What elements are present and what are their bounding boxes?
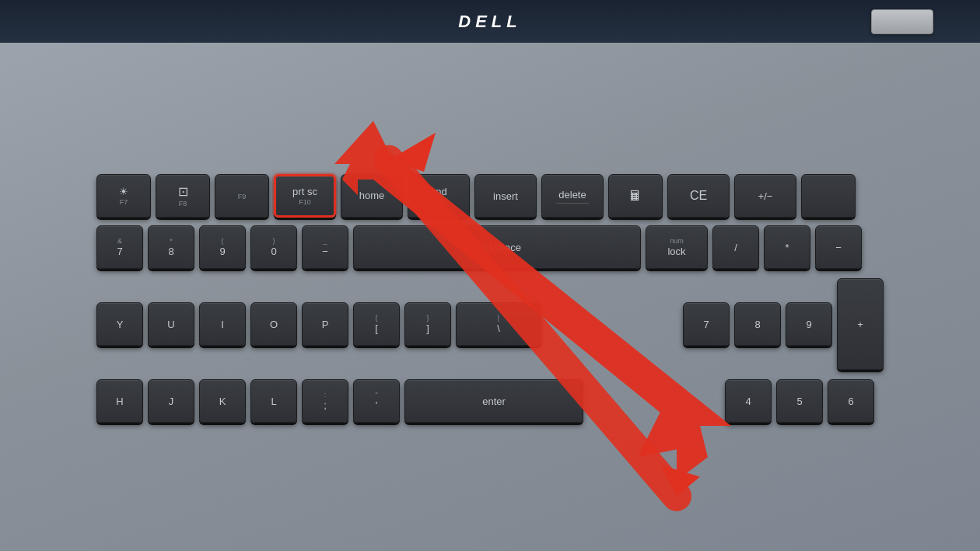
key-underscore[interactable]: _ −: [302, 225, 348, 269]
fn-row: ☀ F7 ⊡ F8 F9 prt sc F10 home: [96, 174, 884, 218]
key-f9[interactable]: F9: [215, 174, 269, 218]
key-rbrace[interactable]: } ]: [404, 302, 451, 346]
key-prtsc[interactable]: prt sc F10: [274, 174, 336, 218]
key-amp-7[interactable]: & 7: [96, 225, 143, 269]
key-calc[interactable]: 🖩: [608, 174, 663, 218]
key-lp-9[interactable]: ( 9: [199, 225, 246, 269]
key-home[interactable]: home: [341, 174, 403, 218]
key-num-6[interactable]: 6: [828, 379, 874, 423]
key-num-5[interactable]: 5: [776, 379, 823, 423]
key-numlock[interactable]: num lock: [646, 225, 708, 269]
home-row: H J K L : ; " ': [96, 379, 884, 423]
key-h[interactable]: H: [96, 379, 143, 423]
number-row: & 7 * 8 ( 9 ) 0 _ −: [96, 225, 884, 269]
key-p[interactable]: P: [302, 302, 348, 346]
key-num-8[interactable]: 8: [734, 302, 781, 346]
key-num-plus[interactable]: +: [837, 278, 884, 370]
key-colon[interactable]: : ;: [302, 379, 348, 423]
qwerty-row: Y U I O P { [ }: [96, 278, 884, 370]
key-far-right[interactable]: [801, 174, 856, 218]
dell-logo: DELL: [458, 12, 521, 32]
key-num-7[interactable]: 7: [683, 302, 730, 346]
key-num-star[interactable]: *: [764, 225, 810, 269]
key-insert[interactable]: insert: [474, 174, 537, 218]
top-bar: DELL: [0, 0, 980, 43]
key-j[interactable]: J: [148, 379, 194, 423]
key-f8[interactable]: ⊡ F8: [156, 174, 210, 218]
key-num-4[interactable]: 4: [725, 379, 772, 423]
key-quote[interactable]: " ': [353, 379, 400, 423]
laptop-body: DELL ☀ F7 ⊡ F8 F9: [0, 0, 980, 551]
key-k[interactable]: K: [199, 379, 246, 423]
key-l[interactable]: L: [250, 379, 297, 423]
key-i[interactable]: I: [199, 302, 246, 346]
key-num-minus[interactable]: −: [815, 225, 862, 269]
key-end[interactable]: end F12: [408, 174, 470, 218]
key-star-8[interactable]: * 8: [148, 225, 194, 269]
key-rp-0[interactable]: ) 0: [250, 225, 297, 269]
key-delete[interactable]: delete: [541, 174, 604, 218]
key-u[interactable]: U: [148, 302, 194, 346]
keyboard-layout: ☀ F7 ⊡ F8 F9 prt sc F10 home: [96, 174, 884, 427]
key-num-9[interactable]: 9: [786, 302, 832, 346]
svg-marker-3: [661, 465, 700, 496]
key-lbrace[interactable]: { [: [353, 302, 400, 346]
key-pipe[interactable]: | \: [456, 302, 541, 346]
keyboard-area: ☀ F7 ⊡ F8 F9 prt sc F10 home: [0, 43, 980, 551]
key-ce[interactable]: CE: [667, 174, 730, 218]
key-f7[interactable]: ☀ F7: [96, 174, 151, 218]
key-backspace[interactable]: backspace: [353, 225, 641, 269]
key-num-slash[interactable]: /: [712, 225, 759, 269]
power-button[interactable]: [871, 9, 933, 34]
key-y[interactable]: Y: [96, 302, 143, 346]
key-plusminus[interactable]: +/−: [734, 174, 796, 218]
svg-marker-2: [389, 133, 436, 172]
key-enter[interactable]: enter: [404, 379, 583, 423]
key-o[interactable]: O: [250, 302, 297, 346]
